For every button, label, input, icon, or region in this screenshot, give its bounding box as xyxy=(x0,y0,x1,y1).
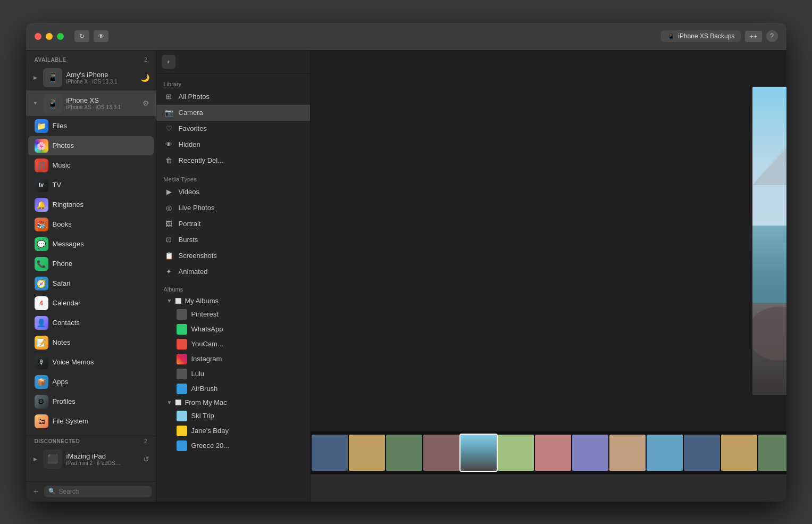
panel-favorites[interactable]: ♡ Favorites xyxy=(156,121,310,137)
available-label: AVAILABLE xyxy=(35,57,66,63)
device-badge: 📱 iPhone XS Backups xyxy=(661,30,741,42)
album-instagram[interactable]: Instagram xyxy=(160,352,310,367)
device-iphone-xs[interactable]: ▼ 📱 iPhone XS iPhone XS · iOS 13.3.1 ⚙ xyxy=(26,90,156,116)
sidebar-item-apps[interactable]: 📦 Apps xyxy=(28,372,154,392)
lulu-thumb xyxy=(177,369,187,379)
sidebar-item-voice-memos[interactable]: 🎙 Voice Memos xyxy=(28,353,154,372)
main-content: AVAILABLE 2 ▶ 📱 Amy's iPhone iPhone X · … xyxy=(26,51,786,502)
album-janes-bday[interactable]: Jane's Bday xyxy=(160,423,310,438)
device-badge-label: iPhone XS Backups xyxy=(678,32,734,40)
albums-header-label: Albums xyxy=(164,286,183,293)
panel-hidden[interactable]: 👁 Hidden xyxy=(156,137,310,153)
strip-thumbnail[interactable] xyxy=(498,435,534,471)
panel-videos[interactable]: ▶ Videos xyxy=(156,184,310,200)
album-whatsapp[interactable]: WhatsApp xyxy=(160,322,310,337)
panel-animated[interactable]: ✦ Animated xyxy=(156,264,310,280)
panel-bursts[interactable]: ⊡ Bursts xyxy=(156,232,310,248)
strip-thumbnail[interactable] xyxy=(349,435,385,471)
bursts-label: Bursts xyxy=(179,236,303,244)
strip-thumbnail[interactable] xyxy=(535,435,571,471)
strip-thumbnail[interactable] xyxy=(721,435,757,471)
sidebar-item-ringtones[interactable]: 🔔 Ringtones xyxy=(28,195,154,214)
recently-deleted-label: Recently Del... xyxy=(179,156,303,164)
panel-screenshots[interactable]: 📋 Screenshots xyxy=(156,248,310,264)
iphone-xs-sub: iPhone XS · iOS 13.3.1 xyxy=(66,104,138,110)
ipad-restore-icon: ↺ xyxy=(143,455,149,463)
sidebar-item-music[interactable]: 🎵 Music xyxy=(28,156,154,175)
back-button[interactable]: ‹ xyxy=(162,55,175,69)
messages-icon: 💬 xyxy=(35,237,48,251)
search-icon: 🔍 xyxy=(48,488,56,495)
strip-thumbnail[interactable] xyxy=(423,435,459,471)
album-lulu[interactable]: Lulu xyxy=(160,367,310,381)
album-youcam[interactable]: YouCam... xyxy=(160,337,310,352)
sidebar-item-profiles[interactable]: ⚙ Profiles xyxy=(28,392,154,411)
search-input[interactable] xyxy=(59,488,147,495)
music-label: Music xyxy=(53,161,147,169)
device-amys-iphone[interactable]: ▶ 📱 Amy's iPhone iPhone X · iOS 13.3.1 🌙 xyxy=(26,65,156,90)
sidebar-item-tv[interactable]: tv TV xyxy=(28,176,154,195)
sidebar-item-calendar[interactable]: 4 Calendar xyxy=(28,294,154,313)
disconnected-header: DISCONNECTED 2 xyxy=(26,436,156,446)
add-device-button[interactable]: + xyxy=(30,486,42,497)
from-mac-folder-icon: ⬜ xyxy=(175,400,181,405)
device-icon: 📱 xyxy=(667,33,675,40)
plus-plus-button[interactable]: ++ xyxy=(745,31,761,42)
my-albums-header[interactable]: ▼ ⬜ My Albums xyxy=(160,295,310,307)
device-icon-xs: 📱 xyxy=(43,94,62,113)
ipad-name: iMazing iPad xyxy=(66,452,139,460)
ipad-sub: iPad mini 2 · iPadOS… xyxy=(66,460,139,466)
album-ski-trip[interactable]: Ski Trip xyxy=(160,409,310,423)
sidebar-item-filesystem[interactable]: 🗂 File System xyxy=(28,412,154,431)
strip-thumbnail[interactable] xyxy=(312,435,348,471)
sidebar-item-notes[interactable]: 📝 Notes xyxy=(28,333,154,352)
whatsapp-thumb xyxy=(177,324,187,335)
strip-thumbnail[interactable] xyxy=(572,435,608,471)
sidebar-item-files[interactable]: 📁 Files xyxy=(28,117,154,136)
available-header: AVAILABLE 2 xyxy=(26,55,156,65)
preview-button[interactable]: 👁 xyxy=(94,30,108,42)
albums-section: Albums ▼ ⬜ My Albums Pinterest xyxy=(156,284,310,453)
strip-thumbnail[interactable] xyxy=(647,435,683,471)
album-airbrush[interactable]: AirBrush xyxy=(160,381,310,396)
maximize-button[interactable] xyxy=(57,33,64,40)
strip-thumbnail[interactable] xyxy=(386,435,422,471)
my-albums-label: My Albums xyxy=(185,297,219,305)
pinterest-thumb xyxy=(177,309,187,320)
sidebar-item-phone[interactable]: 📞 Phone xyxy=(28,254,154,273)
sidebar: AVAILABLE 2 ▶ 📱 Amy's iPhone iPhone X · … xyxy=(26,51,156,502)
minimize-button[interactable] xyxy=(46,33,53,40)
panel-portrait[interactable]: 🖼 Portrait xyxy=(156,216,310,232)
calendar-label: Calendar xyxy=(53,299,147,307)
from-mac-header[interactable]: ▼ ⬜ From My Mac xyxy=(160,396,310,409)
strip-thumbnail[interactable] xyxy=(609,435,646,471)
refresh-button[interactable]: ↻ xyxy=(74,30,89,42)
my-albums-group: ▼ ⬜ My Albums Pinterest WhatsApp xyxy=(156,295,310,396)
strip-thumbnail[interactable] xyxy=(758,435,786,471)
sidebar-item-safari[interactable]: 🧭 Safari xyxy=(28,274,154,293)
sidebar-item-photos[interactable]: 🌸 Photos xyxy=(28,136,154,155)
help-button[interactable]: ? xyxy=(766,30,778,42)
strip-thumbnail[interactable] xyxy=(461,435,497,471)
close-button[interactable] xyxy=(35,33,41,40)
expand-icon-xs: ▼ xyxy=(32,100,39,106)
sidebar-item-messages[interactable]: 💬 Messages xyxy=(28,235,154,254)
panel-all-photos[interactable]: ⊞ All Photos xyxy=(156,89,310,105)
strip-thumbnail[interactable] xyxy=(684,435,720,471)
traffic-lights xyxy=(35,33,64,40)
panel-camera[interactable]: 📷 Camera xyxy=(156,105,310,121)
ringtones-icon: 🔔 xyxy=(35,198,48,212)
album-pinterest[interactable]: Pinterest xyxy=(160,307,310,322)
ringtones-label: Ringtones xyxy=(53,201,147,209)
sidebar-item-contacts[interactable]: 👤 Contacts xyxy=(28,313,154,332)
sidebar-item-books[interactable]: 📚 Books xyxy=(28,215,154,234)
panel-recently-deleted[interactable]: 🗑 Recently Del... xyxy=(156,153,310,169)
bursts-icon: ⊡ xyxy=(164,235,174,245)
device-imazing-ipad[interactable]: ▶ ⬛ iMazing iPad iPad mini 2 · iPadOS… ↺ xyxy=(26,446,156,472)
panel-live-photos[interactable]: ◎ Live Photos xyxy=(156,200,310,216)
album-greece[interactable]: Greece 20... xyxy=(160,438,310,453)
all-photos-icon: ⊞ xyxy=(164,92,174,102)
albums-header[interactable]: Albums xyxy=(156,284,310,295)
hidden-label: Hidden xyxy=(179,140,303,148)
portrait-label: Portrait xyxy=(179,220,303,228)
